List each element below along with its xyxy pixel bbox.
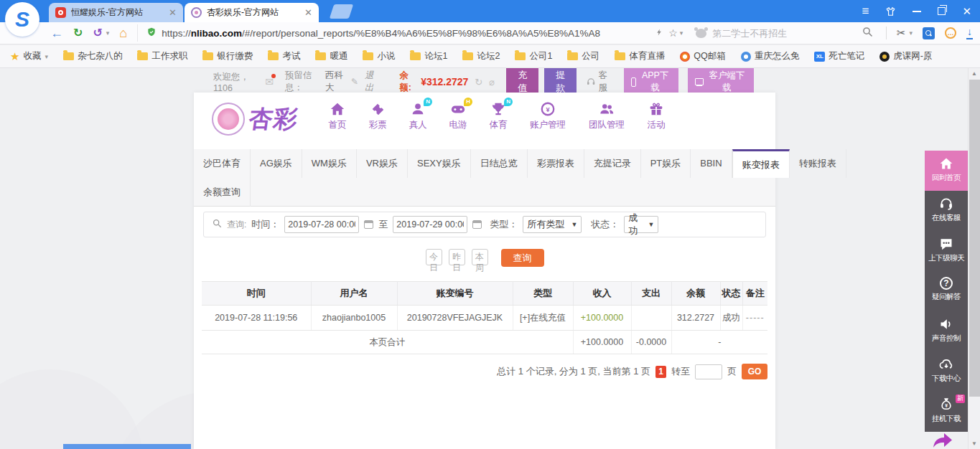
sidebar-item-download-center[interactable]: 下载中心 [925, 351, 968, 392]
minimize-button[interactable] [913, 11, 921, 12]
scissors-caret-icon[interactable]: ▾ [909, 29, 913, 37]
nav-team[interactable]: 团队管理 [582, 101, 632, 131]
address-bar[interactable]: https://nlibao.com/#/report/personal_rep… [137, 24, 683, 42]
sidebar-item-sound[interactable]: 声音控制 [925, 311, 968, 351]
skin-icon[interactable] [885, 6, 896, 16]
browser-menu-icon[interactable]: ≡ [862, 5, 869, 17]
url-text[interactable]: https://nlibao.com/#/report/personal_rep… [162, 28, 650, 39]
close-window-button[interactable]: ✕ [962, 6, 971, 16]
scrollbar-up-icon[interactable]: ▲ [969, 70, 980, 77]
this-week-button[interactable]: 本周 [472, 249, 488, 265]
refresh-button[interactable]: ↻ [73, 27, 83, 39]
favorites-menu[interactable]: ★收藏▾ [10, 50, 48, 63]
logout-link[interactable]: 退出 [365, 70, 381, 94]
tab-transfer-report[interactable]: 转账报表 [790, 149, 846, 178]
goto-page-input[interactable] [695, 364, 722, 379]
ocr-capture-icon[interactable] [923, 27, 935, 39]
type-label: 类型： [490, 218, 518, 231]
scrollbar-thumb[interactable] [969, 80, 980, 397]
bookmark-item[interactable]: 重庆怎么免 [741, 50, 800, 62]
tab-ag[interactable]: AG娱乐 [251, 149, 302, 178]
page-scrollbar[interactable]: ▲ ▼ [968, 68, 980, 449]
calendar-icon[interactable] [364, 220, 373, 229]
message-envelope-icon[interactable]: ✉ [265, 76, 274, 88]
tab-bbin[interactable]: BBIN [691, 149, 732, 178]
yesterday-button[interactable]: 昨日 [449, 249, 465, 265]
bookmark-item[interactable]: 虎课网-原 [879, 50, 932, 62]
bookmark-star-icon[interactable]: ☆ [668, 27, 678, 39]
sogou-browser-logo[interactable]: S [5, 2, 39, 37]
nav-activity[interactable]: 活动 [640, 101, 672, 131]
customer-service-link[interactable]: 客服 [587, 70, 614, 94]
sidebar-item-faq[interactable]: 疑问解答 [925, 271, 968, 311]
bookmark-item[interactable]: QQ邮箱 [680, 50, 725, 62]
tab-pt[interactable]: PT娱乐 [641, 149, 691, 178]
edit-icon[interactable]: ✎ [351, 77, 358, 87]
tab-shaba-sports[interactable]: 沙巴体育 [194, 149, 251, 178]
nav-home[interactable]: 首页 [322, 101, 353, 131]
sidebar-item-online-service[interactable]: 在线客服 [925, 191, 968, 231]
tab1-close-icon[interactable]: ✕ [169, 7, 177, 18]
bookmark-item[interactable]: 杂七杂八的 [63, 50, 123, 62]
go-button[interactable]: GO [742, 364, 767, 379]
tab-vr[interactable]: VR娱乐 [357, 149, 408, 178]
browser-tab-1[interactable]: 恒耀娱乐-官方网站 ✕ [49, 3, 183, 22]
cell-time: 2019-07-28 11:19:56 [202, 306, 311, 331]
tab-deposit-withdraw-log[interactable]: 充提记录 [584, 149, 641, 178]
bookmark-item[interactable]: 论坛2 [462, 50, 500, 62]
scrollbar-down-icon[interactable]: ▼ [969, 440, 980, 447]
download-manager-icon[interactable]: ↓ [966, 27, 973, 39]
browser-tab-2[interactable]: 杏彩娱乐-官方网站 ✕ [185, 3, 319, 22]
nav-live-casino[interactable]: 真人 N [402, 101, 434, 131]
tab-account-change-report[interactable]: 账变报表 [732, 149, 790, 178]
nav-egames[interactable]: 电游 H [442, 101, 474, 131]
browser-search-box[interactable] [693, 24, 876, 42]
search-icon[interactable] [862, 27, 873, 39]
current-page-badge[interactable]: 1 [655, 366, 666, 378]
bookmark-item[interactable]: 银行缴费 [202, 50, 253, 62]
tab-lottery-report[interactable]: 彩票报表 [528, 149, 584, 178]
date-from-input[interactable] [284, 216, 359, 233]
status-select[interactable]: 成功▼ [624, 216, 658, 233]
nav-sports[interactable]: 体育 N [482, 101, 514, 131]
sidebar-item-home[interactable]: 回到首页 [925, 151, 968, 191]
bookmark-item[interactable]: 公司1 [515, 50, 552, 62]
bookmark-item[interactable]: 死亡笔记 [814, 50, 864, 62]
new-tab-button[interactable] [330, 4, 353, 19]
bookmark-item[interactable]: 体育直播 [615, 50, 665, 62]
tab-daily-summary[interactable]: 日结总览 [471, 149, 528, 178]
home-button[interactable]: ⌂ [119, 27, 127, 39]
scissors-icon[interactable]: ✂ [897, 27, 906, 39]
restore-button[interactable] [938, 7, 946, 15]
browser-search-input[interactable] [712, 28, 857, 39]
site-logo[interactable]: 杏彩 [212, 103, 298, 136]
bookmark-caret-icon[interactable]: ▾ [680, 29, 683, 37]
hide-balance-icon[interactable]: ⌀ [489, 77, 495, 88]
share-arrow-icon[interactable] [932, 433, 953, 449]
nav-account[interactable]: ¥ 账户管理 [523, 101, 573, 131]
bookmark-item[interactable]: 论坛1 [410, 50, 447, 62]
tab-balance-query[interactable]: 余额查询 [194, 178, 251, 207]
date-to-input[interactable] [393, 216, 467, 233]
bookmark-item[interactable]: 工作求职 [137, 50, 187, 62]
nav-lottery[interactable]: 彩票 [362, 101, 393, 131]
query-button[interactable]: 查询 [501, 249, 544, 267]
restore-tab-caret-icon[interactable]: ▾ [106, 29, 110, 37]
sidebar-item-chat[interactable]: 上下级聊天 [925, 231, 968, 271]
tab2-close-icon[interactable]: ✕ [304, 7, 312, 18]
calendar-icon[interactable] [472, 220, 482, 229]
bookmark-item[interactable]: 小说 [363, 50, 395, 62]
back-button[interactable]: ← [50, 27, 63, 39]
tab-wm[interactable]: WM娱乐 [302, 149, 357, 178]
today-button[interactable]: 今日 [426, 249, 442, 265]
bookmark-item[interactable]: 暖通 [315, 50, 347, 62]
refresh-balance-icon[interactable]: ↻ [475, 77, 482, 88]
bookmark-item[interactable]: 公司 [567, 50, 599, 62]
more-tools-icon[interactable] [945, 27, 956, 39]
sidebar-item-hangup-download[interactable]: ¥ 挂机下载 新 [925, 392, 968, 432]
bookmark-item[interactable]: 考试 [268, 50, 300, 62]
type-select[interactable]: 所有类型▼ [523, 216, 582, 233]
lightning-icon[interactable] [655, 27, 663, 39]
tab-sexy[interactable]: SEXY娱乐 [408, 149, 471, 178]
restore-tab-button[interactable]: ↺ [93, 27, 102, 39]
